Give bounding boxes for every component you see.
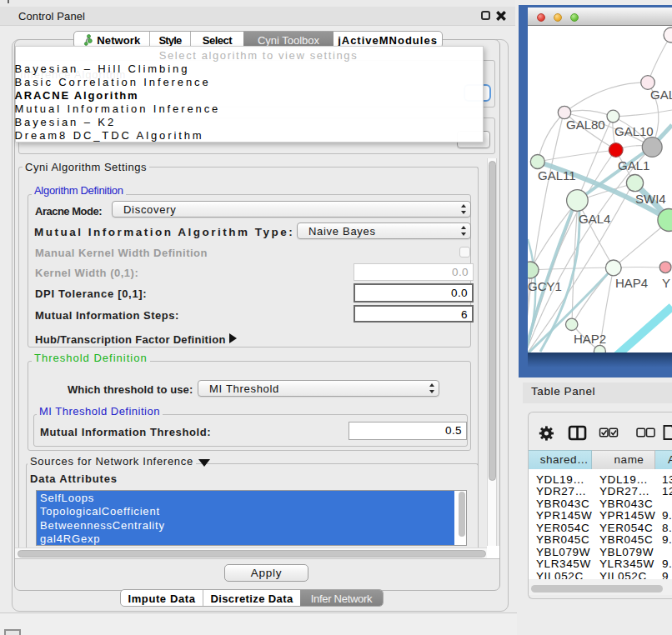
- svg-text:SWI4: SWI4: [635, 192, 666, 206]
- svg-text:HAP4: HAP4: [615, 276, 648, 290]
- svg-text:GAL1: GAL1: [618, 158, 649, 172]
- svg-text:GAL80: GAL80: [566, 118, 605, 132]
- svg-text:GAL11: GAL11: [538, 168, 576, 182]
- svg-text:GAL7: GAL7: [650, 88, 672, 102]
- svg-text:GCY1: GCY1: [528, 279, 562, 293]
- svg-text:GAL4: GAL4: [579, 212, 610, 226]
- svg-text:HAP2: HAP2: [574, 332, 606, 346]
- svg-text:GAL10: GAL10: [614, 124, 654, 138]
- svg-text:Y: Y: [662, 276, 670, 290]
